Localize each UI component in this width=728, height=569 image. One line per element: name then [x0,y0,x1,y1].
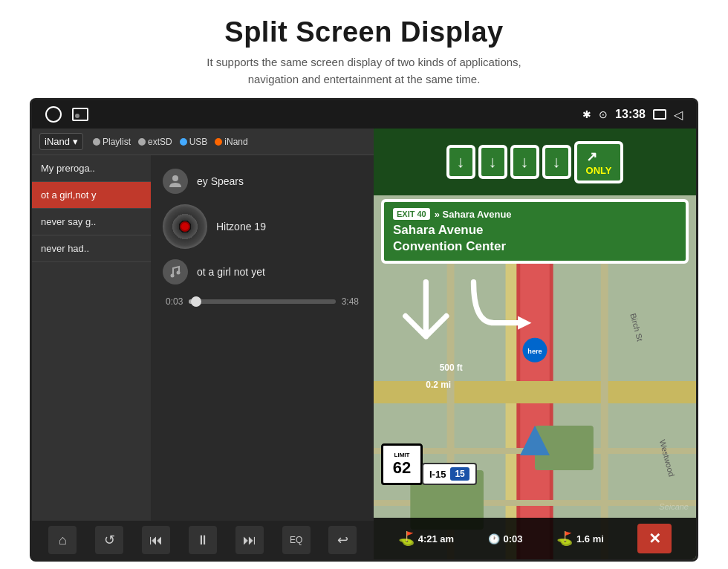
vinyl-record [163,204,207,249]
highway-sign-1: ↓ [446,145,475,179]
playlist-item-2[interactable]: never say g.. [32,209,151,235]
controls-bar: ⌂ ↺ ⏮ ⏸ ⏭ EQ ↩ [32,521,374,559]
player-column: ey Spears Hitzone 19 [151,155,374,521]
radio-dot-usb [180,138,187,146]
person-icon [168,174,183,189]
page-header: Split Screen Display It supports the sam… [0,0,728,98]
album-row: Hitzone 19 [163,204,362,249]
note-icon [169,265,182,279]
status-right: ✱ ⊙ 13:38 ◁ [582,108,683,122]
source-playlist[interactable]: Playlist [93,137,131,147]
artist-row: ey Spears [163,169,362,194]
playlist-item-1[interactable]: ot a girl,not y [32,182,151,209]
nav-panel: Birch St Westwood ↓ ↓ ↓ ↓ ↗ O [374,129,696,559]
prev-button[interactable]: ⏮ [142,526,170,554]
song-name: ot a girl not yet [197,266,265,278]
time-total: 3:48 [342,296,359,307]
device-frame: ✱ ⊙ 13:38 ◁ iNand ▾ Playlist [30,98,698,562]
playlist-item-0[interactable]: My preroga.. [32,155,151,182]
screen-area: iNand ▾ Playlist extSD USB iNand [32,129,696,559]
nav-arrow [520,426,550,455]
now-playing: ey Spears Hitzone 19 [155,163,369,290]
eq-button[interactable]: EQ [282,526,311,554]
song-row: ot a girl not yet [163,259,362,284]
source-label: iNand [45,136,70,147]
arrow-down-4: ↓ [553,152,561,172]
status-bar: ✱ ⊙ 13:38 ◁ [32,100,696,129]
location-icon: ⊙ [599,108,608,120]
time-remaining: 0:03 [504,533,523,544]
speed-limit-label: LIMIT [394,452,410,458]
checkered-icon-2: ⛳ [556,530,573,547]
svg-point-0 [172,175,178,181]
window-icon [653,109,666,120]
svg-point-2 [177,271,181,275]
clock-icon: 🕐 [488,533,500,544]
svg-point-1 [171,274,175,278]
radio-dot-extsd [138,138,146,146]
next-button[interactable]: ⏭ [235,526,264,554]
exit-street-name: Sahara Avenue [443,209,512,220]
playlist-item-3[interactable]: never had.. [32,235,151,262]
svg-marker-17 [518,316,531,330]
page-title: Split Screen Display [15,16,713,48]
svg-text:0.2 mi: 0.2 mi [426,380,451,390]
exit-name: Sahara Avenue [393,223,484,237]
eta-item: ⛳ 4:21 am [398,530,454,547]
dist-remaining-item: ⛳ 1.6 mi [556,530,604,547]
only-text: ONLY [586,165,612,176]
source-usb[interactable]: USB [180,137,208,147]
progress-thumb[interactable] [191,296,201,307]
image-icon [72,108,88,121]
back-nav-icon: ◁ [674,108,683,122]
exit-subname: Convention Center [393,239,506,253]
svg-text:here: here [527,348,542,355]
highway-badge: I-15 15 [422,463,477,485]
chevron-down-icon: ▾ [73,136,78,147]
status-left [45,106,88,123]
radio-dot-playlist [93,138,100,146]
arrow-down-2: ↓ [489,152,497,172]
speed-sign: LIMIT 62 [381,443,423,485]
media-panel: iNand ▾ Playlist extSD USB iNand [32,129,374,559]
sign-top: ↓ ↓ ↓ ↓ ↗ ONLY [374,129,696,195]
bluetooth-icon: ✱ [582,108,591,120]
progress-bar-wrap: 0:03 3:48 [166,296,359,307]
music-icon [163,259,188,284]
nav-bottom: ⛳ 4:21 am 🕐 0:03 ⛳ 1.6 mi ✕ [374,518,696,559]
highway-sign-3: ↓ [510,145,539,179]
source-extsd[interactable]: extSD [138,137,172,147]
checkered-icon-1: ⛳ [398,530,415,547]
eta-text: 4:21 am [418,533,454,544]
speed-limit-value: 62 [393,458,411,478]
artist-icon [163,169,188,194]
svg-text:500 ft: 500 ft [440,362,463,373]
time-elapsed: 0:03 [166,296,183,307]
exit-title: Sahara Avenue Convention Center [393,222,677,255]
highway-sign-4: ↓ [542,145,571,179]
repeat-button[interactable]: ↺ [95,526,123,554]
source-inand[interactable]: iNand [215,137,247,147]
only-sign: ↗ ONLY [574,141,624,183]
highway-shield: 15 [450,467,469,481]
progress-area: 0:03 3:48 [155,290,369,313]
highway-sign-2: ↓ [478,145,507,179]
artist-name: ey Spears [197,175,244,187]
pause-button[interactable]: ⏸ [189,526,217,554]
dist-remaining: 1.6 mi [576,533,604,544]
circle-icon [45,106,62,123]
album-name: Hitzone 19 [216,221,266,233]
source-dropdown[interactable]: iNand ▾ [39,133,83,150]
source-bar: iNand ▾ Playlist extSD USB iNand [32,129,374,155]
home-button[interactable]: ⌂ [48,526,77,554]
close-button[interactable]: ✕ [637,524,672,553]
arrow-down-1: ↓ [457,152,465,172]
vinyl-center [180,221,190,232]
playlist-column: My preroga.. ot a girl,not y never say g… [32,155,151,521]
arrow-down-3: ↓ [521,152,529,172]
progress-track[interactable] [189,299,335,304]
time-remaining-item: 🕐 0:03 [488,533,523,544]
highway-name: I-15 [429,469,446,480]
back-button[interactable]: ↩ [328,526,357,554]
page-subtitle: It supports the same screen display of t… [15,54,713,88]
